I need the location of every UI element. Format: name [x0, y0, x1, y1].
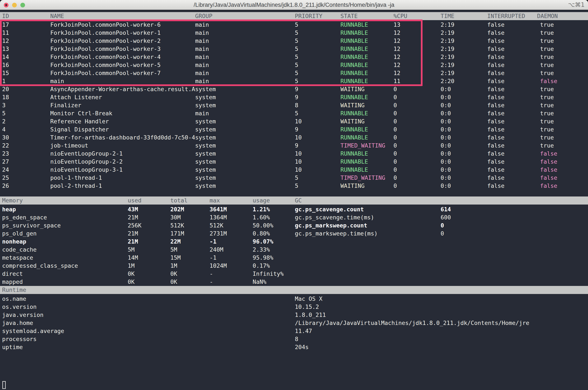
memory-total: 0K: [170, 270, 177, 278]
thread-priority: 10: [295, 134, 302, 142]
memory-name: nonheap: [2, 238, 26, 246]
thread-row: 18Attach Listenersystem9RUNNABLE00:0fals…: [0, 93, 588, 101]
runtime-row: processors8: [0, 335, 588, 343]
window-controls: [4, 3, 25, 7]
thread-group: main: [195, 109, 209, 117]
thread-id: 26: [2, 182, 9, 190]
thread-name: job-timeout: [50, 142, 88, 150]
thread-state: RUNNABLE: [341, 37, 368, 45]
memory-row: nonheap21M22M-196.07%: [0, 238, 588, 246]
terminal-window: /Library/Java/JavaVirtualMachines/jdk1.8…: [0, 0, 588, 390]
thread-daemon: true: [540, 37, 554, 45]
thread-id: 2: [2, 117, 5, 125]
runtime-row: os.nameMac OS X: [0, 295, 588, 303]
thread-daemon: true: [540, 69, 554, 77]
thread-col-name: NAME: [50, 12, 64, 20]
runtime-key: java.version: [2, 311, 44, 319]
runtime-key: java.home: [2, 319, 33, 327]
gc-value: 600: [441, 213, 451, 222]
thread-state: RUNNABLE: [341, 69, 368, 77]
thread-group: main: [195, 21, 209, 29]
memory-row: metaspace14M15M-195.98%: [0, 254, 588, 262]
memory-total: 1M: [170, 262, 177, 270]
thread-row: 11ForkJoinPool.commonPool-worker-1main5R…: [0, 29, 588, 37]
thread-cpu: 12: [394, 53, 401, 61]
thread-daemon: true: [540, 101, 554, 109]
thread-name: ForkJoinPool.commonPool-worker-4: [50, 53, 161, 61]
memory-col-memory: Memory: [2, 196, 23, 204]
thread-id: 30: [2, 134, 9, 142]
thread-state: RUNNABLE: [341, 77, 368, 85]
thread-name: Timer-for-arthas-dashboard-33f0d0dd-7c50…: [50, 134, 195, 142]
thread-name: Reference Handler: [50, 117, 109, 125]
thread-cpu: 12: [394, 45, 401, 53]
thread-priority: 5: [295, 61, 298, 69]
close-button-icon[interactable]: [4, 3, 8, 7]
thread-cpu: 12: [394, 29, 401, 37]
thread-col-time: TIME: [441, 12, 454, 20]
thread-priority: 5: [295, 182, 298, 190]
thread-group: system: [195, 101, 216, 109]
thread-daemon: true: [540, 21, 554, 29]
thread-state: TIMED_WAITING: [341, 142, 385, 150]
thread-id: 23: [2, 150, 9, 158]
thread-state: RUNNABLE: [341, 53, 368, 61]
thread-interrupted: false: [487, 125, 504, 134]
thread-state: RUNNABLE: [341, 93, 368, 101]
thread-time: 0:0: [441, 142, 451, 150]
thread-interrupted: false: [487, 85, 504, 93]
thread-time: 0:0: [441, 150, 451, 158]
thread-priority: 10: [295, 158, 302, 166]
thread-row: 17ForkJoinPool.commonPool-worker-6main5R…: [0, 21, 588, 29]
memory-name: metaspace: [2, 254, 33, 262]
runtime-key: os.version: [2, 303, 37, 311]
thread-daemon: false: [540, 158, 557, 166]
thread-state: RUNNABLE: [341, 125, 368, 134]
thread-interrupted: false: [487, 61, 504, 69]
thread-row: 25pool-1-thread-1system5TIMED_WAITING00:…: [0, 174, 588, 182]
thread-id: 25: [2, 174, 9, 182]
thread-row: 15ForkJoinPool.commonPool-worker-7main5R…: [0, 69, 588, 77]
thread-cpu: 0: [394, 182, 397, 190]
thread-group: system: [195, 142, 216, 150]
thread-daemon: true: [540, 45, 554, 53]
zoom-button-icon[interactable]: [20, 3, 25, 7]
thread-priority: 10: [295, 150, 302, 158]
runtime-key: uptime: [2, 343, 23, 351]
gc-value: 614: [441, 205, 451, 213]
thread-daemon: true: [540, 125, 554, 134]
thread-cpu: 0: [394, 166, 397, 174]
memory-name: compressed_class_space: [2, 262, 78, 270]
titlebar[interactable]: /Library/Java/JavaVirtualMachines/jdk1.8…: [0, 0, 588, 10]
thread-interrupted: false: [487, 21, 504, 29]
thread-state: WAITING: [341, 117, 365, 125]
thread-time: 0:0: [441, 166, 451, 174]
thread-interrupted: false: [487, 174, 504, 182]
thread-cpu: 0: [394, 93, 397, 101]
memory-max: -1: [210, 254, 217, 262]
memory-used: 0K: [128, 270, 135, 278]
minimize-button-icon[interactable]: [12, 3, 17, 7]
thread-priority: 5: [295, 37, 298, 45]
thread-time: 2:20: [441, 77, 454, 85]
thread-interrupted: false: [487, 117, 504, 125]
thread-state: WAITING: [341, 85, 365, 93]
thread-group: system: [195, 182, 216, 190]
thread-group: system: [195, 85, 216, 93]
thread-id: 5: [2, 109, 5, 117]
gc-value: 0: [441, 230, 444, 238]
terminal-screen[interactable]: IDNAMEGROUPPRIORITYSTATE%CPUTIMEINTERRUP…: [0, 11, 588, 390]
thread-id: 14: [2, 53, 9, 61]
memory-total: 22M: [170, 238, 181, 246]
memory-used: 5M: [128, 246, 135, 254]
runtime-row: uptime204s: [0, 343, 588, 351]
thread-state: RUNNABLE: [341, 158, 368, 166]
thread-row: 20AsyncAppender-Worker-arthas-cache.resu…: [0, 85, 588, 93]
memory-usage: 95.98%: [253, 254, 273, 262]
memory-used: 1M: [128, 262, 135, 270]
thread-interrupted: false: [487, 93, 504, 101]
thread-group: system: [195, 93, 216, 101]
memory-name: code_cache: [2, 246, 37, 254]
gc-row: gc.ps_scavenge.count614: [0, 205, 588, 213]
thread-cpu: 0: [394, 85, 397, 93]
